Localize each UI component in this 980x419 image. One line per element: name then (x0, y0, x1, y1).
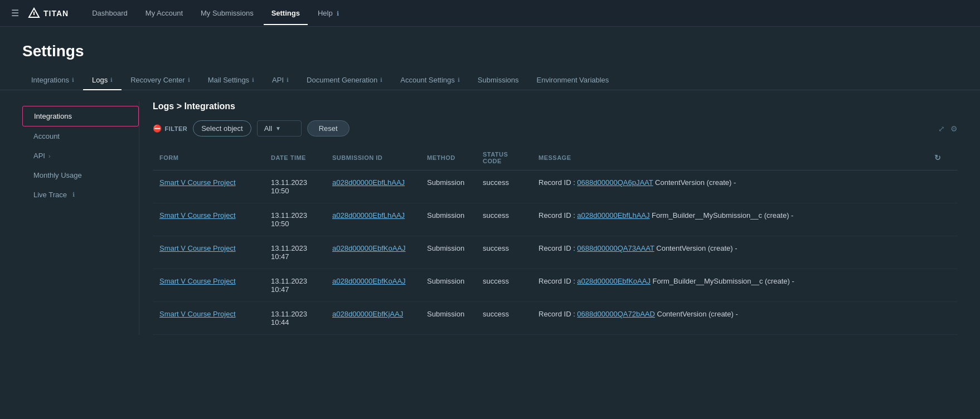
reset-button[interactable]: Reset (307, 120, 350, 137)
all-dropdown-label: All (264, 124, 272, 133)
submission-id-link[interactable]: a028d00000EbfKoAAJ (332, 277, 406, 285)
filter-label: ⛔ FILTER (153, 124, 187, 133)
sidebar-item-integrations[interactable]: Integrations (22, 106, 139, 126)
sidebar-account-label: Account (33, 132, 60, 140)
tab-recovery-info-icon: ℹ (188, 77, 190, 83)
sidebar-item-account[interactable]: Account (22, 126, 139, 146)
message-suffix: ContentVersion (create) - (653, 178, 736, 187)
tab-environment-variables[interactable]: Environment Variables (528, 70, 618, 90)
tab-mail-settings[interactable]: Mail Settings ℹ (199, 70, 263, 90)
tab-logs-info-icon: ℹ (110, 77, 113, 83)
logo-text: TITAN (43, 9, 69, 18)
message-suffix: ContentVersion (create) - (654, 244, 738, 252)
datetime-cell: 13.11.2023 10:47 (264, 269, 326, 302)
col-header-datetime: DATE TIME (264, 145, 326, 170)
logs-breadcrumb-title: Logs > Integrations (153, 101, 958, 111)
form-link[interactable]: Smart V Course Project (159, 277, 236, 285)
message-cell: Record ID : a028d00000EbfLhAAJ Form_Buil… (532, 203, 928, 236)
nav-my-account[interactable]: My Account (138, 1, 191, 25)
table-row: Smart V Course Project13.11.2023 10:50a0… (153, 203, 958, 236)
filter-icon: ⛔ (153, 124, 162, 133)
sidebar: Integrations Account API › Monthly Usage… (22, 101, 139, 335)
tab-docgen-info-icon: ℹ (380, 77, 382, 83)
refresh-icon[interactable]: ↻ (934, 153, 942, 162)
form-link[interactable]: Smart V Course Project (159, 178, 236, 187)
nav-help[interactable]: Help ℹ (310, 1, 347, 25)
tab-submissions[interactable]: Submissions (469, 70, 528, 90)
table-row: Smart V Course Project13.11.2023 10:44a0… (153, 302, 958, 335)
status-cell: success (476, 236, 532, 269)
status-cell: success (476, 203, 532, 236)
message-id-link[interactable]: 0688d00000QA73AAAT (577, 244, 654, 252)
settings-gear-icon[interactable]: ⚙ (950, 124, 958, 133)
row-actions-cell (928, 170, 958, 203)
sidebar-item-live-trace[interactable]: Live Trace ℹ (22, 185, 139, 204)
nav-help-label: Help (318, 9, 333, 17)
hamburger-menu[interactable]: ☰ (11, 8, 19, 18)
tab-integrations[interactable]: Integrations ℹ (22, 70, 83, 90)
tabs-row: Integrations ℹ Logs ℹ Recovery Center ℹ … (0, 70, 980, 90)
message-id-link[interactable]: a028d00000EbfLhAAJ (577, 211, 649, 220)
col-header-method: METHOD (420, 145, 476, 170)
message-prefix: Record ID : (538, 244, 577, 252)
message-cell: Record ID : 0688d00000QA73AAAT ContentVe… (532, 236, 928, 269)
sidebar-integrations-label: Integrations (34, 112, 72, 120)
method-cell: Submission (420, 269, 476, 302)
form-link[interactable]: Smart V Course Project (159, 211, 236, 220)
titan-logo-icon (28, 7, 40, 20)
nav-my-submissions[interactable]: My Submissions (193, 1, 261, 25)
expand-icon[interactable]: ⤢ (938, 124, 945, 133)
submission-id-link[interactable]: a028d00000EbfLhAAJ (332, 178, 405, 187)
row-actions-cell (928, 236, 958, 269)
form-link[interactable]: Smart V Course Project (159, 244, 236, 252)
status-cell: success (476, 170, 532, 203)
tab-account-settings[interactable]: Account Settings ℹ (391, 70, 469, 90)
sidebar-item-monthly-usage[interactable]: Monthly Usage (22, 165, 139, 185)
method-cell: Submission (420, 302, 476, 335)
col-header-submission-id: SUBMISSION ID (326, 145, 420, 170)
filter-text: FILTER (165, 125, 188, 132)
row-actions-cell (928, 302, 958, 335)
tab-api[interactable]: API ℹ (263, 70, 298, 90)
message-id-link[interactable]: a028d00000EbfKoAAJ (577, 277, 651, 285)
message-id-link[interactable]: 0688d00000QA6pJAAT (577, 178, 653, 187)
tab-logs[interactable]: Logs ℹ (83, 70, 122, 90)
top-navigation: ☰ TITAN Dashboard My Account My Submissi… (0, 0, 980, 27)
form-link[interactable]: Smart V Course Project (159, 310, 236, 318)
tab-integrations-info-icon: ℹ (72, 77, 74, 83)
message-cell: Record ID : a028d00000EbfKoAAJ Form_Buil… (532, 269, 928, 302)
submission-id-link[interactable]: a028d00000EbfLhAAJ (332, 211, 405, 220)
message-prefix: Record ID : (538, 310, 577, 318)
select-object-button[interactable]: Select object (193, 120, 251, 137)
message-suffix: Form_Builder__MySubmission__c (create) - (651, 277, 794, 285)
sidebar-api-label: API (33, 152, 45, 160)
tab-api-info-icon: ℹ (287, 77, 289, 83)
api-arrow-icon: › (48, 153, 51, 159)
message-id-link[interactable]: 0688d00000QA72bAAD (577, 310, 655, 318)
col-header-form: FORM (153, 145, 264, 170)
message-prefix: Record ID : (538, 178, 577, 187)
tab-recovery-center[interactable]: Recovery Center ℹ (122, 70, 199, 90)
datetime-cell: 13.11.2023 10:50 (264, 203, 326, 236)
submission-id-link[interactable]: a028d00000EbfKoAAJ (332, 244, 406, 252)
tab-document-generation[interactable]: Document Generation ℹ (298, 70, 391, 90)
nav-settings[interactable]: Settings (264, 1, 308, 25)
message-suffix: Form_Builder__MySubmission__c (create) - (649, 211, 793, 220)
col-header-refresh: ↻ (928, 145, 958, 170)
filter-bar-icons: ⤢ ⚙ (938, 124, 958, 133)
col-header-message: MESSAGE (532, 145, 928, 170)
page-header: Settings (0, 27, 980, 60)
all-dropdown[interactable]: All ▼ (257, 120, 302, 137)
tab-acct-info-icon: ℹ (458, 77, 460, 83)
method-cell: Submission (420, 170, 476, 203)
live-trace-info-icon: ℹ (72, 191, 75, 198)
logs-table: FORM DATE TIME SUBMISSION ID METHOD STAT… (153, 145, 958, 335)
table-row: Smart V Course Project13.11.2023 10:50a0… (153, 170, 958, 203)
page-title: Settings (22, 42, 958, 60)
sidebar-item-api[interactable]: API › (22, 146, 139, 165)
nav-links: Dashboard My Account My Submissions Sett… (84, 1, 969, 25)
nav-dashboard[interactable]: Dashboard (84, 1, 135, 25)
method-cell: Submission (420, 203, 476, 236)
submission-id-link[interactable]: a028d00000EbfKjAAJ (332, 310, 403, 318)
status-cell: success (476, 302, 532, 335)
